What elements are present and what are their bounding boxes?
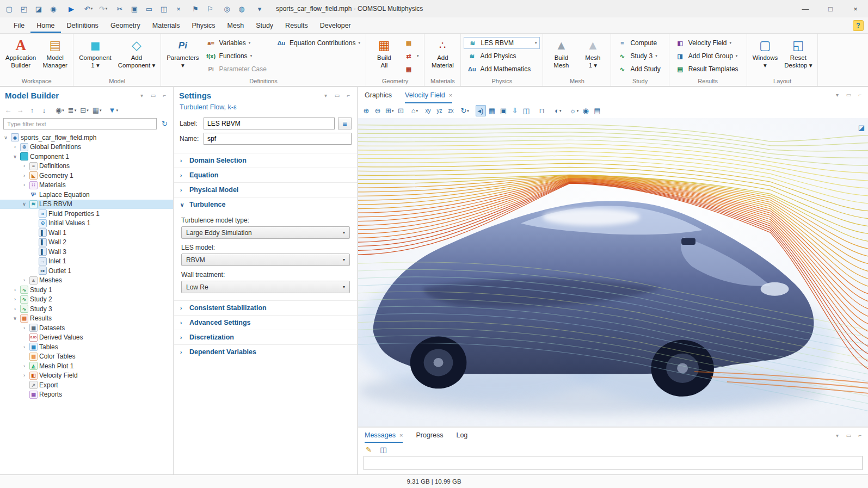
view-yz-button[interactable]: yz [434, 105, 445, 116]
lock-axes-button[interactable]: ⊓ [537, 105, 547, 116]
parameters-button[interactable]: Pi Parameters ▾ [164, 35, 201, 71]
tree-expander-icon[interactable]: › [11, 306, 19, 312]
geometry-measure-button[interactable]: ▦ [401, 63, 422, 75]
add-mathematics-button[interactable]: Δu Add Mathematics [464, 63, 540, 75]
tree-item-root[interactable]: ∨ ◈ sports_car_flow_field.mph [0, 133, 173, 143]
add-study-button[interactable]: ∿ Add Study [614, 63, 666, 75]
tree-item-derived-values[interactable]: 8.85 Derived Values [0, 333, 173, 343]
reset-desktop-button[interactable]: ◱ Reset Desktop ▾ [781, 35, 815, 71]
float-panel-button[interactable]: ▭ [334, 92, 341, 98]
compute-button[interactable]: = Compute [614, 37, 666, 49]
image-button[interactable]: ▣ [498, 105, 509, 116]
tree-item-study-1[interactable]: › ∿ Study 1 [0, 285, 173, 295]
close-tab-icon[interactable]: × [449, 92, 452, 98]
section-physical-model[interactable]: › Physical Model [174, 182, 357, 197]
tree-expander-icon[interactable]: › [21, 325, 28, 331]
section-turbulence[interactable]: ∨ Turbulence [174, 197, 357, 212]
tree-item-fluid-properties-1[interactable]: ≈ Fluid Properties 1 [0, 209, 173, 219]
clear-messages-button[interactable]: ✎ [364, 444, 374, 455]
customize-quick-access-button[interactable]: ▾ [253, 2, 267, 16]
float-panel-button[interactable]: ▭ [845, 92, 852, 98]
go-forward-button[interactable]: → [15, 104, 26, 116]
go-back-button[interactable]: ← [3, 104, 14, 116]
move-down-button[interactable]: ↓ [39, 104, 50, 116]
tree-item-velocity-field[interactable]: › ◧ Velocity Field [0, 371, 173, 381]
tree-columns-button[interactable]: ▦ ▾ [91, 104, 103, 116]
dock-panel-button[interactable]: ⌐ [857, 433, 864, 438]
tree-refresh-button[interactable]: ↻ [159, 118, 170, 129]
tree-item-tables[interactable]: › ▦ Tables [0, 342, 173, 352]
preview-button[interactable]: ◉ [46, 2, 61, 16]
float-panel-button[interactable]: ▭ [845, 433, 852, 438]
tree-expander-icon[interactable]: › [11, 296, 19, 302]
close-tab-icon[interactable]: × [399, 432, 403, 438]
dock-panel-button[interactable]: ⌐ [857, 92, 864, 98]
split-view-button[interactable]: ◫ [521, 105, 532, 116]
tree-expander-icon[interactable]: › [11, 287, 19, 293]
tab-progress[interactable]: Progress [416, 428, 443, 443]
collapse-tree-button[interactable]: ⊟ ▾ [79, 104, 89, 116]
export-image-button[interactable]: ⇩ [510, 105, 520, 116]
environment-button[interactable]: ☼ ▾ [569, 105, 580, 116]
physics-interface-select[interactable]: ≋ LES RBVM ▾ [464, 37, 540, 49]
tree-item-les-rbvm[interactable]: ∨ ≋ LES RBVM [0, 200, 173, 209]
new-file-button[interactable]: ▢ [2, 2, 17, 16]
tree-item-definitions[interactable]: › ≡ Definitions [0, 162, 173, 171]
add-material-button[interactable]: ∴ Add Material [427, 35, 458, 71]
section-domain-selection[interactable]: › Domain Selection [174, 153, 357, 168]
menu-definitions[interactable]: Definitions [61, 17, 104, 33]
name-input[interactable] [204, 133, 352, 145]
tree-item-color-tables[interactable]: ▥ Color Tables [0, 352, 173, 362]
tree-expander-icon[interactable]: › [21, 163, 28, 169]
panel-menu-button[interactable]: ▾ [322, 92, 329, 98]
tree-expander-icon[interactable]: › [21, 182, 28, 188]
tree-expander-icon[interactable]: › [11, 144, 19, 150]
tree-expander-icon[interactable]: › [21, 344, 28, 350]
menu-mesh[interactable]: Mesh [221, 17, 250, 33]
tab-messages[interactable]: Messages × [365, 428, 403, 443]
close-button[interactable]: × [843, 0, 868, 17]
duplicate-button[interactable]: ◫ [157, 2, 171, 16]
view-xy-button[interactable]: xy [423, 105, 433, 116]
filter-button[interactable]: ▼ ▾ [108, 104, 119, 116]
table-button[interactable]: ▦ [487, 105, 497, 116]
view-zx-button[interactable]: zx [446, 105, 456, 116]
menu-home[interactable]: Home [30, 17, 60, 33]
menu-physics[interactable]: Physics [186, 17, 221, 33]
move-up-button[interactable]: ↑ [27, 104, 38, 116]
section-discretization[interactable]: › Discretization [174, 330, 357, 344]
dock-panel-button[interactable]: ⌐ [161, 92, 168, 98]
minimize-button[interactable]: — [793, 0, 818, 17]
menu-study[interactable]: Study [250, 17, 279, 33]
copy-button[interactable]: ▣ [127, 2, 142, 16]
tree-item-geometry-1[interactable]: › ◣ Geometry 1 [0, 171, 173, 181]
tree-expander-icon[interactable]: › [21, 363, 28, 369]
label-options-button[interactable]: ≣ [338, 118, 352, 129]
tree-expander-icon[interactable]: › [21, 373, 28, 378]
default-view-button[interactable]: ⌂ ▾ [409, 105, 420, 116]
zoom-extents-button[interactable]: ⊡ [396, 105, 406, 116]
paste-button[interactable]: ▭ [142, 2, 157, 16]
section-advanced-settings[interactable]: › Advanced Settings [174, 315, 357, 330]
tree-item-component-1[interactable]: ∨ Component 1 [0, 152, 173, 162]
tree-item-wall-2[interactable]: ▌ Wall 2 [0, 238, 173, 248]
menu-developer[interactable]: Developer [314, 17, 357, 33]
zoom-out-button[interactable]: ⊖ [373, 105, 383, 116]
add-plot-group-button[interactable]: ◨ Add Plot Group ▾ [672, 50, 744, 62]
search-model-button[interactable]: ◎ [220, 2, 235, 16]
model-manager-button[interactable]: ▤ Model Manager [40, 35, 70, 71]
tab-velocity-field[interactable]: Velocity Field × [405, 87, 452, 103]
tree-item-wall-1[interactable]: ▌ Wall 1 [0, 228, 173, 238]
tree-expander-icon[interactable]: ∨ [11, 154, 19, 159]
sound-button[interactable]: ◂) [476, 105, 486, 116]
study-select[interactable]: ∿ Study 3 ▾ [614, 50, 666, 62]
redo-button[interactable]: ↷ ▾ [96, 2, 110, 16]
cut-button[interactable]: ✂ [113, 2, 127, 16]
copy-messages-button[interactable]: ◫ [378, 444, 389, 455]
geometry-import-button[interactable]: ▦ [401, 37, 422, 49]
save-button[interactable]: ◪ [32, 2, 46, 16]
tree-item-results[interactable]: ∨ ▥ Results [0, 314, 173, 324]
tree-item-reports[interactable]: ▤ Reports [0, 390, 173, 400]
transparency-button[interactable]: ◐ ▾ [553, 105, 563, 116]
dropdown-select[interactable]: Large Eddy Simulation ▾ [181, 226, 350, 239]
